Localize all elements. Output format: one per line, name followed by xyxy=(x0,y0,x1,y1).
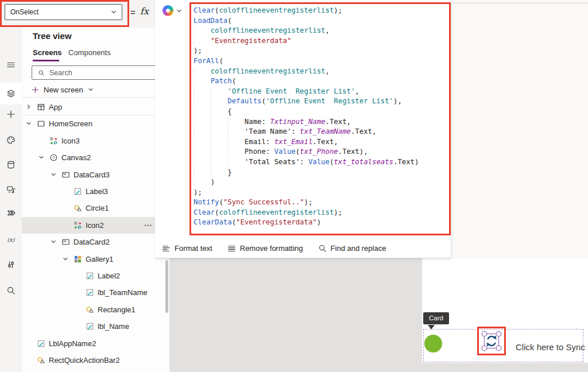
data-icon xyxy=(6,160,16,169)
rail-search-button[interactable] xyxy=(0,280,22,301)
tree-item-lblappname2[interactable]: LblAppName2 xyxy=(22,335,170,352)
rail-advanced-tools-button[interactable] xyxy=(0,254,22,276)
canvas-area: Card Click here to Sync xyxy=(170,258,588,372)
divider xyxy=(22,97,169,98)
rail-theme-palette-button[interactable] xyxy=(0,129,22,151)
tab-components[interactable]: Components xyxy=(68,48,111,57)
chevron-down-icon xyxy=(110,9,117,15)
code-line: Phone: Value(txt_Phone.Text), xyxy=(194,147,419,157)
chevron-down-icon[interactable] xyxy=(176,8,182,14)
label-icon xyxy=(37,339,45,348)
rail-variables-button[interactable]: (x) xyxy=(0,228,22,250)
tree-item-label2[interactable]: Label2 xyxy=(22,268,170,284)
property-selector[interactable]: OnSelect xyxy=(5,4,122,20)
top-divider xyxy=(451,3,588,3)
code-line: 'Total Seats': Value(txt_totalseats.Text… xyxy=(194,157,419,168)
chevron-right-icon[interactable] xyxy=(26,104,32,110)
toolbar-label: Find and replace xyxy=(331,244,386,253)
sync-icon[interactable] xyxy=(480,330,503,352)
formula-editor: Clear(colofflineeventregisterlist);LoadD… xyxy=(155,0,451,258)
find-and-replace-button[interactable]: Find and replace xyxy=(318,244,386,253)
card-tooltip: Card xyxy=(423,312,449,324)
code-line: colofflineeventregisterlist, xyxy=(194,67,419,77)
code-line: ClearData("Eventregisterdata") xyxy=(194,218,419,228)
datacard-icon xyxy=(61,170,70,179)
media-icon xyxy=(6,185,16,194)
tree-item-datacard2[interactable]: DataCard2 xyxy=(22,234,170,250)
tree-item-homescreen[interactable]: HomeScreen xyxy=(22,115,170,132)
tree-item-canvas2[interactable]: ?Canvas2 xyxy=(22,149,170,166)
tree-item-label: Icon2 xyxy=(86,217,104,234)
sync-hint-label: Click here to Sync xyxy=(516,342,585,352)
tree-item-label: Label2 xyxy=(98,268,120,284)
tree-item-label: Icon3 xyxy=(61,133,80,149)
tree-item-rectquickactionbar2[interactable]: RectQuickActionBar2 xyxy=(22,352,170,369)
tree-item-lbl_name[interactable]: lbl_Name xyxy=(22,318,170,335)
tree-item-app[interactable]: App xyxy=(22,99,170,115)
tree-scrollbar[interactable] xyxy=(165,260,168,313)
code-line: LoadData( xyxy=(194,16,419,26)
tree-item-lbl_teamname[interactable]: lbl_TeamName xyxy=(22,284,170,301)
chevron-down-icon[interactable] xyxy=(63,256,68,262)
status-circle[interactable] xyxy=(424,335,442,352)
tree-item-icon3[interactable]: Icon3 xyxy=(22,133,170,149)
remove-formatting-button[interactable]: Remove formatting xyxy=(227,244,303,253)
code-line: Email: txt_Email.Text, xyxy=(194,137,419,148)
tree-item-label: Gallery1 xyxy=(86,251,113,268)
plus-icon xyxy=(32,86,39,94)
more-options-icon[interactable] xyxy=(144,221,152,230)
label-icon xyxy=(86,322,94,331)
svg-text:(x): (x) xyxy=(7,237,16,243)
tree-item-circle1[interactable]: Circle1 xyxy=(22,200,170,216)
code-line: Clear(colofflineeventregisterlist); xyxy=(194,208,419,218)
rail-hamburger-button[interactable] xyxy=(0,54,22,76)
copilot-icon[interactable] xyxy=(163,5,173,16)
app-icon xyxy=(37,103,45,111)
tree-view-icon xyxy=(6,89,16,98)
tree-item-datacard3[interactable]: DataCard3 xyxy=(22,166,170,183)
tab-screens[interactable]: Screens xyxy=(33,48,62,57)
tree-item-label: RectQuickActionBar2 xyxy=(49,352,120,369)
code-line: Patch( xyxy=(194,76,419,87)
search-input[interactable]: Search xyxy=(32,65,164,80)
property-selector-value: OnSelect xyxy=(10,8,38,16)
formula-code[interactable]: Clear(colofflineeventregisterlist);LoadD… xyxy=(194,6,419,228)
chevron-down-icon[interactable] xyxy=(51,239,56,245)
code-line: ForAll( xyxy=(194,56,419,67)
new-screen-button[interactable]: New screen xyxy=(32,84,94,95)
tree-item-label: lbl_Name xyxy=(98,318,129,335)
code-line: Defaults('Offline Event Register List'), xyxy=(194,96,419,107)
chevron-down-icon[interactable] xyxy=(26,121,32,126)
rail-tree-view-button[interactable] xyxy=(0,83,22,104)
chevron-down-icon[interactable] xyxy=(51,172,56,177)
tree-item-label3[interactable]: Label3 xyxy=(22,183,170,200)
code-line: { xyxy=(194,107,419,117)
label-icon xyxy=(86,288,94,297)
code-line: Notify("Sync Successful.."); xyxy=(194,197,419,208)
rail-insert-plus-button[interactable] xyxy=(0,103,22,125)
datacard-icon xyxy=(61,238,70,246)
tree-item-rectangle1[interactable]: Rectangle1 xyxy=(22,301,170,318)
code-line: "Eventregisterdata" xyxy=(194,36,419,46)
tree-item-label: Rectangle1 xyxy=(98,301,136,318)
tree-item-label: Label3 xyxy=(86,183,108,200)
search-icon xyxy=(38,69,45,76)
tree-item-gallery1[interactable]: Gallery1 xyxy=(22,251,170,268)
rail-data-button[interactable] xyxy=(0,154,22,176)
search-icon xyxy=(6,286,16,295)
rail-media-button[interactable] xyxy=(0,179,22,200)
tree-item-label: Circle1 xyxy=(86,200,109,216)
format-text-button[interactable]: Format text xyxy=(162,244,212,253)
rail-power-automate-button[interactable] xyxy=(0,202,22,224)
code-line: 'Team Name': txt_TeamName.Text, xyxy=(194,127,419,137)
label-icon xyxy=(74,187,82,196)
tree-item-label: DataCard2 xyxy=(74,234,110,250)
variables-icon: (x) xyxy=(6,235,16,244)
chevron-down-icon[interactable] xyxy=(38,154,44,160)
card-tooltip-label: Card xyxy=(429,315,443,321)
tree-item-icon2[interactable]: Icon2 xyxy=(22,217,170,234)
advanced-tools-icon xyxy=(6,260,16,269)
theme-palette-icon xyxy=(6,135,16,145)
code-line: colofflineeventregisterlist, xyxy=(194,26,419,36)
insert-plus-icon xyxy=(6,110,16,119)
